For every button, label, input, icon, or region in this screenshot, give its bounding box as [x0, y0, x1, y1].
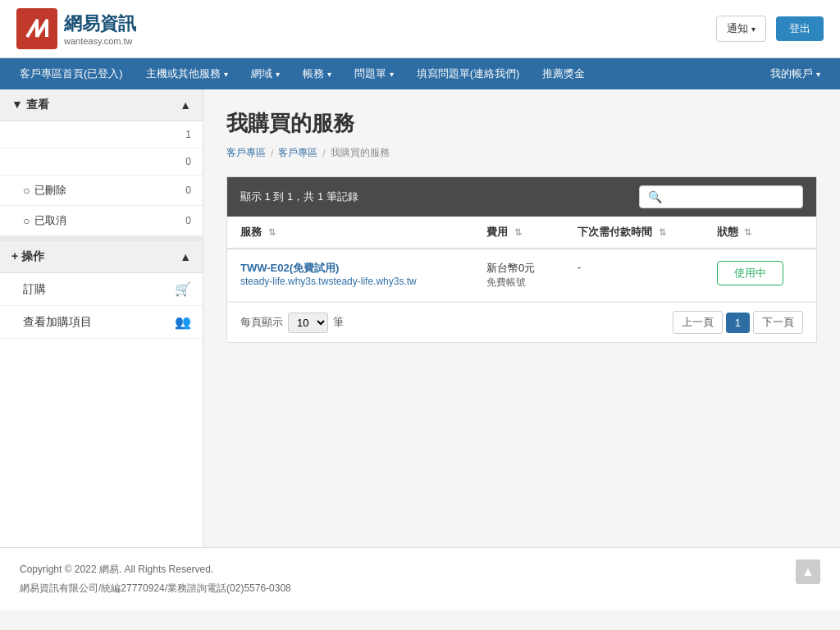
sidebar-filter-deleted[interactable]: ○ 已刪除 0: [0, 176, 203, 206]
sidebar-filter-item-1[interactable]: 1: [0, 121, 203, 148]
cell-fee: 新台幣0元 免費帳號: [473, 249, 564, 302]
notification-button[interactable]: 通知 ▾: [716, 16, 766, 42]
table-row: TWW-E02(免費試用) steady-life.why3s.twsteady…: [227, 249, 816, 302]
nav-item-contact[interactable]: 填寫問題單(連絡我們): [405, 58, 532, 89]
chevron-down-icon: ▾: [390, 70, 394, 79]
main-nav: 客戶專區首頁(已登入) 主機或其他服務 ▾ 網域 ▾ 帳務 ▾ 問題單 ▾ 填寫…: [0, 58, 840, 89]
nav-item-hosting[interactable]: 主機或其他服務 ▾: [135, 58, 240, 89]
footer-company: 網易資訊有限公司/統編27770924/業務諮詢電話(02)5576-0308: [20, 582, 820, 596]
total-label: 筆: [333, 315, 344, 330]
breadcrumb: 客戶專區 / 客戶專區 / 我購買的服務: [226, 146, 817, 160]
per-page-label: 每頁顯示: [240, 315, 283, 330]
radio-icon: ○: [23, 214, 30, 227]
chevron-down-icon: ▾: [751, 25, 756, 34]
cart-icon: 🛒: [175, 281, 191, 297]
nav-item-account[interactable]: 我的帳戶 ▾: [759, 58, 832, 89]
collapse-icon[interactable]: ▲: [180, 250, 191, 263]
main-content: 我購買的服務 客戶專區 / 客戶專區 / 我購買的服務 顯示 1 到 1，共 1…: [203, 89, 840, 547]
nav-item-home[interactable]: 客戶專區首頁(已登入): [8, 58, 135, 89]
per-page-control: 每頁顯示 10 25 50 筆: [240, 313, 344, 333]
nav-item-ticket[interactable]: 問題單 ▾: [343, 58, 405, 89]
fee-sub: 免費帳號: [486, 276, 551, 290]
chevron-down-icon: ▾: [276, 70, 280, 79]
logo-area: 網易資訊 wanteasy.com.tw: [16, 8, 136, 49]
page-1-button[interactable]: 1: [726, 313, 750, 333]
sidebar-op-order[interactable]: 訂購 🛒: [0, 273, 203, 306]
col-fee: 費用 ⇅: [473, 217, 564, 249]
sidebar: ▼ 查看 ▲ 1 0 ○ 已刪除 0 ○ 已取消: [0, 89, 203, 547]
collapse-icon[interactable]: ▲: [180, 98, 191, 112]
chevron-down-icon: ▾: [224, 70, 228, 79]
prev-page-button[interactable]: 上一頁: [673, 311, 723, 334]
status-badge: 使用中: [717, 261, 783, 285]
logout-button[interactable]: 登出: [776, 16, 824, 41]
per-page-select[interactable]: 10 25 50: [288, 313, 328, 333]
radio-icon: ○: [23, 184, 30, 197]
nav-item-referral[interactable]: 推薦獎金: [531, 58, 596, 89]
breadcrumb-sep-2: /: [322, 148, 325, 159]
search-icon: 🔍: [648, 190, 662, 203]
search-input[interactable]: [667, 191, 794, 203]
cell-status: 使用中: [704, 249, 816, 302]
col-status: 狀態 ⇅: [704, 217, 816, 249]
sidebar-filter-items: 1 0 ○ 已刪除 0 ○ 已取消 0: [0, 121, 203, 236]
logo-icon: [16, 8, 57, 49]
pagination: 上一頁 1 下一頁: [673, 311, 803, 334]
next-page-button[interactable]: 下一頁: [753, 311, 803, 334]
addon-icon: 👥: [175, 314, 191, 330]
table-search: 🔍: [639, 185, 803, 208]
service-name-link[interactable]: TWW-E02(免費試用): [240, 261, 460, 276]
services-table: 服務 ⇅ 費用 ⇅ 下次需付款時間 ⇅ 狀態 ⇅: [227, 217, 816, 302]
sidebar-op-addons[interactable]: 查看加購項目 👥: [0, 306, 203, 339]
footer: ▲ Copyright © 2022 網易. All Rights Reserv…: [0, 547, 840, 610]
col-service: 服務 ⇅: [227, 217, 473, 249]
filter-icon: ▼ 查看: [11, 98, 49, 112]
breadcrumb-link-1[interactable]: 客戶專區: [226, 146, 266, 160]
header-right: 通知 ▾ 登出: [716, 16, 824, 42]
top-header: 網易資訊 wanteasy.com.tw 通知 ▾ 登出: [0, 0, 840, 58]
table-info: 顯示 1 到 1，共 1 筆記錄: [240, 189, 358, 204]
col-next-payment: 下次需付款時間 ⇅: [564, 217, 704, 249]
table-header-row: 服務 ⇅ 費用 ⇅ 下次需付款時間 ⇅ 狀態 ⇅: [227, 217, 816, 249]
breadcrumb-current: 我購買的服務: [331, 146, 390, 160]
logo-main-text: 網易資訊: [64, 11, 136, 36]
page-title: 我購買的服務: [226, 109, 817, 138]
sort-icon[interactable]: ⇅: [514, 227, 522, 237]
nav-item-domain[interactable]: 網域 ▾: [240, 58, 291, 89]
next-payment-value: -: [578, 261, 581, 273]
fee-main: 新台幣0元: [486, 261, 551, 276]
logo-text: 網易資訊 wanteasy.com.tw: [64, 11, 136, 46]
cell-next-payment: -: [564, 249, 704, 302]
sidebar-filter-cancelled[interactable]: ○ 已取消 0: [0, 206, 203, 236]
service-url-link[interactable]: steady-life.why3s.twsteady-life.why3s.tw: [240, 276, 460, 287]
sidebar-filter-header: ▼ 查看 ▲: [0, 89, 203, 121]
table-footer: 每頁顯示 10 25 50 筆 上一頁 1 下一頁: [227, 302, 816, 342]
notif-label: 通知: [727, 21, 748, 36]
footer-copyright: Copyright © 2022 網易. All Rights Reserved…: [20, 563, 820, 577]
sort-icon[interactable]: ⇅: [744, 227, 751, 237]
breadcrumb-link-2[interactable]: 客戶專區: [278, 146, 317, 160]
sidebar-filter-item-2[interactable]: 0: [0, 148, 203, 176]
content-wrapper: ▼ 查看 ▲ 1 0 ○ 已刪除 0 ○ 已取消: [0, 89, 840, 547]
table-toolbar: 顯示 1 到 1，共 1 筆記錄 🔍: [227, 177, 816, 217]
sort-icon[interactable]: ⇅: [268, 227, 276, 237]
cell-service: TWW-E02(免費試用) steady-life.why3s.twsteady…: [227, 249, 473, 302]
chevron-down-icon: ▾: [327, 70, 331, 79]
breadcrumb-sep-1: /: [271, 148, 273, 159]
back-to-top-button[interactable]: ▲: [796, 559, 820, 584]
chevron-down-icon: ▾: [816, 70, 820, 79]
logo-sub-text: wanteasy.com.tw: [64, 36, 136, 46]
services-table-wrapper: 顯示 1 到 1，共 1 筆記錄 🔍 服務 ⇅ 費用 ⇅: [226, 176, 817, 343]
sidebar-ops-header: + 操作 ▲: [0, 236, 203, 273]
nav-item-billing[interactable]: 帳務 ▾: [291, 58, 343, 89]
sort-icon[interactable]: ⇅: [659, 227, 666, 237]
